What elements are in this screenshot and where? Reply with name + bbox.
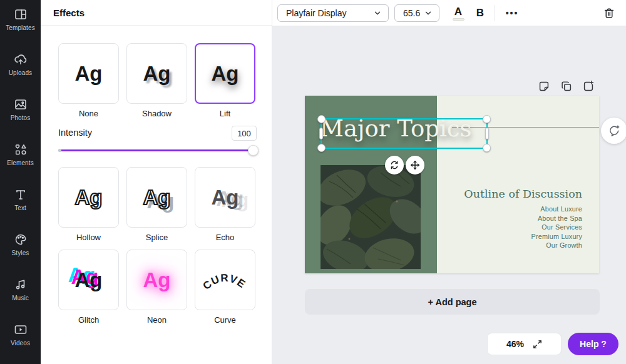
effect-option-neon[interactable]: Ag Neon [126,250,187,325]
add-page-icon-button[interactable] [582,79,595,93]
chevron-down-icon [424,9,433,18]
sidebar-item-label: Text [14,205,26,211]
app-sidebar: Templates Uploads Photos Elements Text S… [0,0,41,364]
effect-preview-shadow: Ag [126,43,187,104]
elements-icon [13,142,28,157]
effect-preview-lift: Ag [195,43,255,104]
more-options-button[interactable]: ••• [501,3,523,23]
outline-item[interactable]: About Luxure [464,205,582,214]
effect-preview-hollow: Ag [58,167,119,228]
selection-handle-bottom-right[interactable] [483,144,491,152]
slider-track[interactable] [58,149,257,151]
outline-text-block[interactable]: Outline of Discussion About Luxure About… [464,188,582,250]
outline-item[interactable]: About the Spa [464,214,582,223]
effect-preview-echo: Ag [195,167,255,228]
effect-option-echo[interactable]: Ag Echo [195,167,255,242]
move-button[interactable] [406,156,424,174]
text-icon [13,187,28,202]
sidebar-item-label: Styles [12,250,29,256]
text-color-button[interactable]: A [449,3,467,23]
selection-handle-top-right[interactable] [483,115,491,123]
effect-option-shadow[interactable]: Ag Shadow [126,43,187,118]
fullscreen-icon [533,340,542,349]
sidebar-item-label: Music [12,295,29,301]
font-family-value: Playfair Display [286,8,346,18]
sidebar-item-label: Templates [6,24,34,31]
effects-panel: Effects Ag None Ag Shadow Ag Lift Intens… [41,0,272,364]
sidebar-item-photos[interactable]: Photos [0,94,41,124]
effect-option-hollow[interactable]: Ag Hollow [58,167,119,242]
zoom-level: 46% [506,339,524,349]
text-color-swatch [453,18,464,21]
comment-plus-icon [607,124,621,138]
effect-preview-curve: CURVE [195,250,255,310]
effect-preview-glitch: Ag [58,250,119,310]
outline-item[interactable]: Our Growth [464,241,582,250]
effect-preview-splice: Ag [126,167,187,228]
outline-list: About Luxure About the Spa Our Services … [464,205,582,250]
effect-option-none[interactable]: Ag None [58,43,119,118]
outline-item[interactable]: Our Services [464,223,582,232]
font-family-select[interactable]: Playfair Display [277,4,389,22]
outline-item[interactable]: Premium Luxury [464,232,582,241]
selection-handle-bottom-left[interactable] [317,144,326,152]
help-button[interactable]: Help ? [568,333,618,355]
font-size-value: 65.6 [403,8,420,18]
intensity-slider[interactable] [58,145,257,155]
add-page-button[interactable]: + Add page [305,289,600,315]
panel-title: Effects [41,0,272,26]
curve-preview-svg: CURVE [198,261,252,300]
effect-option-curve[interactable]: CURVE Curve [195,250,255,325]
effect-preview-none: Ag [58,43,119,104]
sidebar-item-videos[interactable]: Videos [0,319,41,349]
comment-button[interactable] [601,118,626,144]
duplicate-page-button[interactable] [560,79,573,93]
effect-option-lift[interactable]: Ag Lift [195,43,255,118]
selection-handle-left[interactable] [319,128,323,139]
sidebar-item-label: Videos [11,340,30,346]
notes-button[interactable] [537,79,551,93]
music-icon [13,277,28,292]
chevron-down-icon [373,9,382,18]
bold-button[interactable]: B [471,3,489,23]
sidebar-item-uploads[interactable]: Uploads [0,49,41,79]
leaves-photo[interactable] [321,165,421,269]
zoom-control[interactable]: 46% [487,333,562,355]
slider-zero-dot [58,149,61,152]
intensity-label: Intensity [58,128,92,138]
uploads-icon [13,52,28,67]
videos-icon [13,322,28,337]
text-toolbar: Playfair Display 65.6 A B ••• [272,0,626,26]
selection-handle-top-left[interactable] [317,115,326,123]
outline-heading[interactable]: Outline of Discussion [464,188,582,200]
sidebar-item-elements[interactable]: Elements [0,139,41,169]
sidebar-item-styles[interactable]: Styles [0,229,41,259]
toolbar-divider [495,5,495,21]
design-workspace: Major Topics Outline of Discussion About… [272,26,626,364]
text-selection-box[interactable] [321,118,488,149]
move-icon [410,160,420,170]
effect-option-splice[interactable]: Ag Splice [126,167,187,242]
rotate-button[interactable] [385,156,404,174]
sidebar-item-templates[interactable]: Templates [0,4,41,34]
svg-text:CURVE: CURVE [200,271,247,291]
photos-icon [13,97,28,112]
intensity-value-input[interactable]: 100 [232,126,257,141]
sidebar-item-label: Elements [7,159,34,166]
sidebar-item-music[interactable]: Music [0,274,41,304]
effect-preview-neon: Ag [126,250,187,310]
selection-handle-right[interactable] [485,128,489,139]
effect-option-glitch[interactable]: Ag Glitch [58,250,119,325]
rotate-icon [389,160,399,170]
font-size-select[interactable]: 65.6 [394,4,439,22]
sidebar-item-label: Uploads [9,69,32,76]
templates-icon [13,7,28,22]
design-canvas[interactable]: Major Topics Outline of Discussion About… [305,96,599,273]
delete-button[interactable] [598,3,620,23]
slider-knob[interactable] [248,145,259,156]
styles-icon [13,232,28,247]
trash-icon [602,6,616,20]
sidebar-item-text[interactable]: Text [0,184,41,214]
sidebar-item-label: Photos [11,114,31,121]
